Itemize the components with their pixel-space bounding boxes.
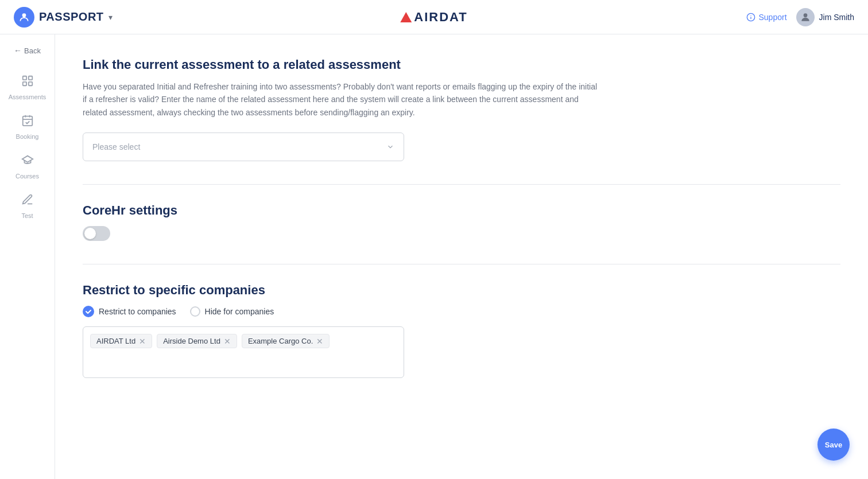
test-icon <box>21 193 34 209</box>
sidebar: ← Back Assessments <box>0 34 55 479</box>
company-tag-remove-0[interactable]: ✕ <box>139 337 146 345</box>
divider-2 <box>83 264 840 264</box>
courses-icon <box>21 154 34 169</box>
restrict-checkbox-checked <box>83 306 94 317</box>
support-label: Support <box>759 13 787 22</box>
company-tag-2: Example Cargo Co. ✕ <box>242 334 330 348</box>
sidebar-item-booking[interactable]: Booking <box>0 108 55 146</box>
svg-rect-4 <box>28 76 32 80</box>
corehr-toggle[interactable] <box>83 226 110 241</box>
sidebar-nav: Assessments Booking Courses <box>0 69 55 225</box>
user-avatar <box>796 8 815 26</box>
svg-rect-7 <box>22 116 32 126</box>
company-tag-0: AIRDAT Ltd ✕ <box>90 334 152 348</box>
svg-rect-6 <box>28 82 32 85</box>
svg-point-2 <box>803 13 807 17</box>
user-menu[interactable]: Jim Smith <box>796 8 854 26</box>
booking-icon <box>21 114 34 130</box>
restrict-to-companies-option[interactable]: Restrict to companies <box>83 306 176 317</box>
passport-logo[interactable]: PASSPORT ▾ <box>14 7 113 28</box>
back-arrow-icon: ← <box>14 46 22 55</box>
corehr-section: CoreHr settings <box>83 203 840 241</box>
company-tag-name-0: AIRDAT Ltd <box>96 337 135 345</box>
select-placeholder: Please select <box>92 142 140 151</box>
restrict-companies-section: Restrict to specific companies Restrict … <box>83 283 840 378</box>
sidebar-item-courses[interactable]: Courses <box>0 148 55 185</box>
companies-tags-container[interactable]: AIRDAT Ltd ✕ Airside Demo Ltd ✕ Example … <box>83 326 404 378</box>
company-tag-remove-1[interactable]: ✕ <box>224 337 231 345</box>
restrict-radio-group: Restrict to companies Hide for companies <box>83 306 840 317</box>
airdat-logo: AIRDAT <box>400 10 467 25</box>
companies-tags-row: AIRDAT Ltd ✕ Airside Demo Ltd ✕ Example … <box>90 334 397 348</box>
restrict-companies-title: Restrict to specific companies <box>83 283 840 298</box>
app-title: PASSPORT <box>39 10 104 24</box>
hide-for-companies-label: Hide for companies <box>205 307 274 316</box>
svg-rect-5 <box>22 82 26 85</box>
hide-radio-circle <box>190 306 200 317</box>
brand-name: AIRDAT <box>414 10 467 25</box>
support-icon <box>746 13 755 22</box>
assessments-icon <box>21 75 34 90</box>
booking-label: Booking <box>16 133 39 140</box>
link-assessment-title: Link the current assessment to a related… <box>83 57 840 72</box>
toggle-knob <box>84 228 96 239</box>
user-name: Jim Smith <box>819 13 854 22</box>
airdat-triangle-icon <box>400 12 412 22</box>
sidebar-item-assessments[interactable]: Assessments <box>0 69 55 106</box>
company-tag-remove-2[interactable]: ✕ <box>316 337 323 345</box>
corehr-title: CoreHr settings <box>83 203 840 218</box>
svg-rect-3 <box>22 76 26 80</box>
passport-icon <box>14 7 34 28</box>
test-label: Test <box>21 212 33 219</box>
assessments-label: Assessments <box>9 94 46 100</box>
svg-point-0 <box>22 13 26 17</box>
related-assessment-select[interactable]: Please select <box>83 133 404 161</box>
chevron-down-icon <box>386 143 394 151</box>
main-content: Link the current assessment to a related… <box>55 34 868 479</box>
courses-label: Courses <box>16 173 39 180</box>
corehr-toggle-container <box>83 226 840 241</box>
support-link[interactable]: Support <box>746 13 787 22</box>
company-tag-name-1: Airside Demo Ltd <box>163 337 220 345</box>
back-button[interactable]: ← Back <box>9 44 45 57</box>
hide-for-companies-option[interactable]: Hide for companies <box>190 306 274 317</box>
divider-1 <box>83 184 840 185</box>
link-assessment-section: Link the current assessment to a related… <box>83 57 840 161</box>
company-tag-name-2: Example Cargo Co. <box>248 337 313 345</box>
link-assessment-description: Have you separated Initial and Refresher… <box>83 80 599 119</box>
save-button[interactable]: Save <box>817 429 850 461</box>
restrict-to-companies-label: Restrict to companies <box>99 307 176 316</box>
back-label: Back <box>24 46 41 55</box>
app-dropdown-icon: ▾ <box>108 13 113 22</box>
company-tag-1: Airside Demo Ltd ✕ <box>157 334 237 348</box>
top-navigation: PASSPORT ▾ AIRDAT Support Jim Smith <box>0 0 868 34</box>
sidebar-item-test[interactable]: Test <box>0 188 55 225</box>
